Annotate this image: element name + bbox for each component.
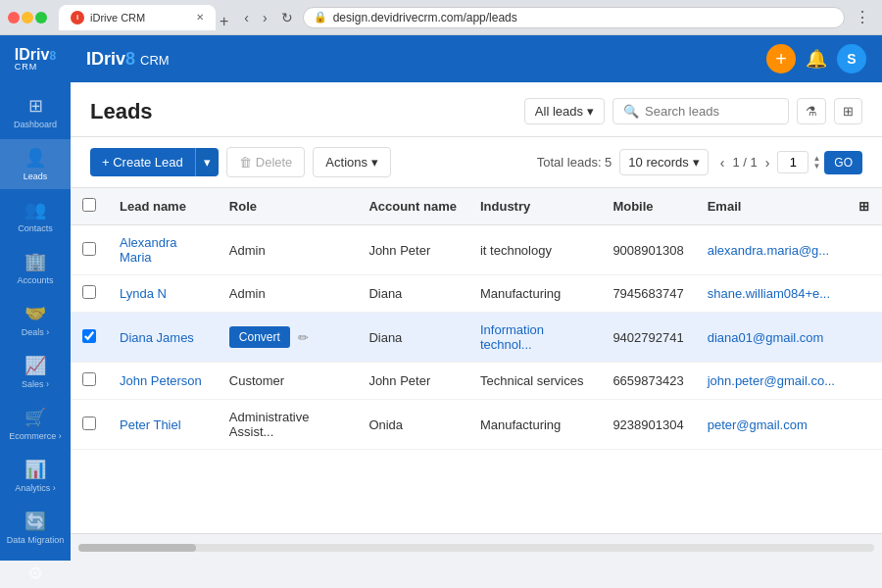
header-right: All leads ▾ 🔍 ⚗ ⊞ — [524, 98, 862, 124]
topbar: IDriv8 CRM + 🔔 S — [71, 35, 882, 82]
row-3-account: John Peter — [357, 363, 468, 400]
row-0-checkbox[interactable] — [82, 242, 96, 256]
row-2-mobile: 9402792741 — [601, 313, 695, 363]
delete-label: Delete — [256, 155, 293, 170]
row-0-name: Alexandra Maria — [108, 225, 218, 275]
leads-table: Lead name Role Account name Industry Mob… — [71, 188, 882, 450]
app: IDriv8 CRM ⊞ Dashboard 👤 Leads 👥 Contact… — [0, 35, 882, 561]
go-button[interactable]: GO — [824, 151, 862, 174]
sidebar-item-settings[interactable]: ⚙ Settings › — [0, 555, 71, 588]
tab-favicon: i — [71, 11, 84, 24]
th-role: Role — [218, 188, 358, 225]
refresh-button[interactable]: ↻ — [277, 8, 297, 27]
sidebar: IDriv8 CRM ⊞ Dashboard 👤 Leads 👥 Contact… — [0, 35, 71, 561]
table-header-row: Lead name Role Account name Industry Mob… — [71, 188, 882, 225]
create-lead-button-group: + Create Lead ▾ — [90, 148, 219, 176]
th-columns[interactable]: ⊞ — [847, 188, 882, 225]
sidebar-item-accounts[interactable]: 🏢 Accounts — [0, 243, 71, 293]
maximize-btn[interactable] — [35, 12, 47, 24]
forward-button[interactable]: › — [259, 8, 271, 27]
th-checkbox — [71, 188, 108, 225]
user-avatar[interactable]: S — [837, 44, 866, 74]
sales-icon: 📈 — [24, 355, 46, 376]
filter-icon-button[interactable]: ⚗ — [797, 98, 826, 124]
topbar-logo: IDriv8 CRM — [86, 49, 170, 69]
search-input[interactable] — [645, 104, 762, 119]
bottom-scrollbar[interactable] — [71, 533, 882, 561]
settings-icon: ⚙ — [27, 563, 43, 584]
leads-icon: 👤 — [24, 147, 46, 169]
row-1-checkbox[interactable] — [82, 285, 96, 299]
row-2-edit-button[interactable]: ✏ — [294, 328, 313, 347]
row-1-account: Diana — [357, 275, 468, 313]
th-industry: Industry — [468, 188, 601, 225]
toolbar-right: Total leads: 5 10 records ▾ ‹ 1 / 1 › ▲ … — [537, 149, 862, 175]
delete-button[interactable]: 🗑 Delete — [226, 147, 306, 177]
sidebar-item-data-migration[interactable]: 🔄 Data Migration — [0, 503, 71, 553]
logo-crm: CRM — [15, 63, 56, 72]
pagination-next-button[interactable]: › — [761, 153, 774, 172]
sidebar-label-data-migration: Data Migration — [7, 535, 65, 545]
sidebar-item-deals[interactable]: 🤝 Deals › — [0, 295, 71, 345]
sidebar-item-analytics[interactable]: 📊 Analytics › — [0, 451, 71, 501]
row-4-checkbox[interactable] — [82, 416, 96, 430]
filter-dropdown[interactable]: All leads ▾ — [524, 98, 605, 124]
browser-menu-button[interactable]: ⋮ — [851, 6, 874, 28]
page-title: Leads — [90, 99, 153, 124]
deals-icon: 🤝 — [24, 303, 46, 324]
close-btn[interactable] — [8, 12, 20, 24]
sidebar-item-sales[interactable]: 📈 Sales › — [0, 347, 71, 397]
page-number-input[interactable] — [777, 151, 808, 173]
row-2-convert-button[interactable]: Convert — [229, 326, 290, 348]
search-box[interactable]: 🔍 — [612, 98, 789, 124]
leads-table-container: Lead name Role Account name Industry Mob… — [71, 188, 882, 533]
table-body: Alexandra MariaAdminJohn Peterit technol… — [71, 225, 882, 450]
select-all-checkbox[interactable] — [82, 198, 96, 212]
page-down-button[interactable]: ▼ — [812, 163, 820, 171]
grid-view-button[interactable]: ⊞ — [834, 98, 862, 124]
address-bar[interactable]: 🔒 design.devidrivecrm.com/app/leads — [303, 7, 845, 28]
back-button[interactable]: ‹ — [240, 8, 253, 27]
toolbar: + Create Lead ▾ 🗑 Delete Actions ▾ Total… — [71, 137, 882, 188]
sidebar-item-dashboard[interactable]: ⊞ Dashboard — [0, 87, 71, 137]
sidebar-item-leads[interactable]: 👤 Leads — [0, 139, 71, 189]
tab-title: iDrive CRM — [90, 12, 190, 24]
window-controls[interactable] — [8, 12, 47, 24]
address-bar-row: ‹ › ↻ 🔒 design.devidrivecrm.com/app/lead… — [240, 6, 874, 28]
row-3-actions-col — [847, 363, 882, 400]
tab-close-icon[interactable]: ✕ — [196, 12, 204, 23]
row-2-industry: Information technol... — [468, 313, 601, 363]
dashboard-icon: ⊞ — [28, 95, 43, 117]
url-text: design.devidrivecrm.com/app/leads — [333, 11, 834, 24]
create-lead-button[interactable]: + Create Lead — [90, 148, 195, 176]
row-3-mobile: 6659873423 — [601, 363, 695, 400]
browser-chrome: i iDrive CRM ✕ + ‹ › ↻ 🔒 design.devidriv… — [0, 0, 882, 35]
add-button[interactable]: + — [766, 44, 796, 74]
create-lead-dropdown-button[interactable]: ▾ — [195, 148, 219, 176]
active-tab[interactable]: i iDrive CRM ✕ — [59, 5, 216, 30]
row-0-actions-col — [847, 225, 882, 275]
row-1-industry: Manufacturing — [468, 275, 601, 313]
pagination-prev-button[interactable]: ‹ — [716, 153, 729, 172]
actions-button[interactable]: Actions ▾ — [313, 147, 391, 177]
scrollbar-thumb[interactable] — [78, 544, 196, 552]
sidebar-item-ecommerce[interactable]: 🛒 Ecommerce › — [0, 399, 71, 449]
notification-button[interactable]: 🔔 — [806, 48, 827, 70]
row-3-email: john.peter@gmail.co... — [696, 363, 847, 400]
page-header: Leads All leads ▾ 🔍 ⚗ ⊞ — [71, 82, 882, 137]
sidebar-item-contacts[interactable]: 👥 Contacts — [0, 191, 71, 241]
row-0-role: Admin — [218, 225, 358, 275]
records-select[interactable]: 10 records ▾ — [619, 149, 708, 175]
row-2-checkbox[interactable] — [82, 329, 96, 343]
sidebar-label-ecommerce: Ecommerce › — [9, 431, 62, 441]
row-0-checkbox-cell — [71, 225, 108, 275]
row-4-role: Administrative Assist... — [218, 400, 358, 450]
minimize-btn[interactable] — [22, 12, 33, 24]
delete-icon: 🗑 — [239, 155, 252, 170]
row-4-name: Peter Thiel — [108, 400, 218, 450]
row-4-checkbox-cell — [71, 400, 108, 450]
new-tab-button[interactable]: + — [220, 13, 228, 30]
row-3-checkbox[interactable] — [82, 372, 96, 386]
sidebar-label-analytics: Analytics › — [15, 483, 56, 493]
row-1-mobile: 7945683747 — [601, 275, 695, 313]
